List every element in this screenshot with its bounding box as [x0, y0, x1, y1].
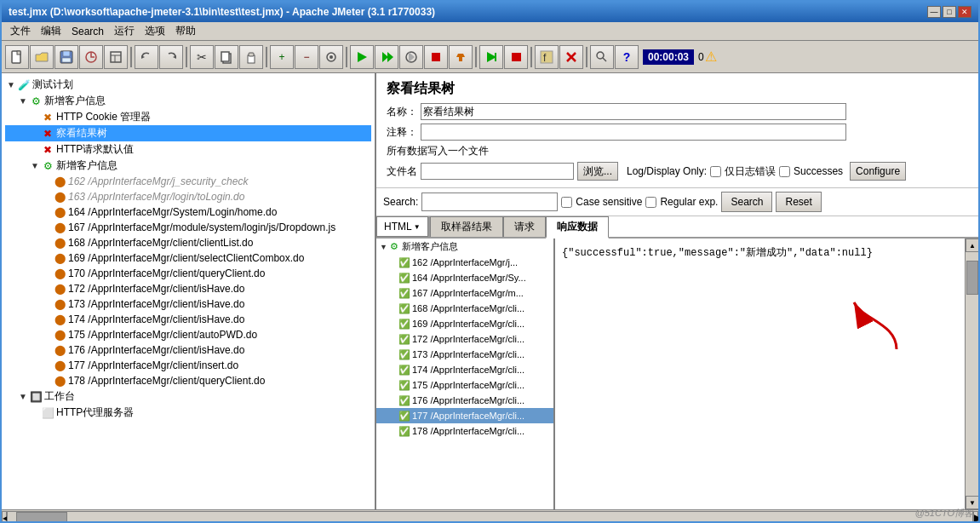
- scroll-right-button[interactable]: ▶: [973, 511, 978, 524]
- toggle-button[interactable]: [319, 45, 343, 69]
- templates-button[interactable]: [104, 45, 128, 69]
- validate-button[interactable]: [399, 45, 423, 69]
- rt-item-label: 172 /ApprInterfaceMgr/cli...: [412, 334, 524, 344]
- tree-item-167[interactable]: ⬤ 167 /ApprInterfaceMgr/module/system/lo…: [5, 220, 371, 235]
- tree-item-175[interactable]: ⬤ 175 /ApprInterfaceMgr/client/autoPWD.d…: [5, 327, 371, 342]
- redo-button[interactable]: [159, 45, 183, 69]
- cut-button[interactable]: ✂: [190, 45, 214, 69]
- remote-stop-button[interactable]: [504, 45, 528, 69]
- rt-item-167[interactable]: ✅ 167 /ApprInterfaceMgr/m...: [376, 285, 553, 301]
- tree-item-164[interactable]: ⬤ 164 /ApprInterfaceMgr/System/Login/hom…: [5, 204, 371, 220]
- case-sensitive-checkbox[interactable]: [561, 197, 572, 208]
- rt-item-177[interactable]: ✅ 177 /ApprInterfaceMgr/cli...: [376, 408, 553, 423]
- tree-item-178[interactable]: ⬤ 178 /ApprInterfaceMgr/client/queryClie…: [5, 373, 371, 388]
- undo-button[interactable]: [135, 45, 158, 69]
- save-button[interactable]: [54, 45, 78, 69]
- all-data-label: 所有数据写入一个文件: [387, 144, 489, 158]
- tree-item-168[interactable]: ⬤ 168 /ApprInterfaceMgr/client/clientLis…: [5, 235, 371, 250]
- rt-item-168[interactable]: ✅ 168 /ApprInterfaceMgr/cli...: [376, 301, 553, 316]
- tree-item-173[interactable]: ⬤ 173 /ApprInterfaceMgr/client/isHave.do: [5, 296, 371, 312]
- filename-input[interactable]: [421, 163, 574, 180]
- left-panel[interactable]: ▼ 🧪 测试计划 ▼ ⚙ 新增客户信息 ✖ HTTP Cookie 管理器: [2, 73, 376, 509]
- h-scroll-thumb[interactable]: [16, 512, 67, 524]
- rt-item-178[interactable]: ✅ 178 /ApprInterfaceMgr/cli...: [376, 423, 553, 439]
- clear-button[interactable]: [559, 45, 583, 69]
- stop-button[interactable]: [424, 45, 448, 69]
- search-input[interactable]: [421, 193, 558, 211]
- response-tab[interactable]: 响应数据: [546, 216, 609, 239]
- scroll-thumb[interactable]: [966, 261, 978, 295]
- tree-item-result-tree[interactable]: ✖ 察看结果树: [5, 125, 371, 141]
- menu-search[interactable]: Search: [66, 24, 109, 39]
- copy-button[interactable]: [215, 45, 238, 69]
- rt-item-172[interactable]: ✅ 172 /ApprInterfaceMgr/cli...: [376, 331, 553, 347]
- tree-item-label: 170 /ApprInterfaceMgr/client/queryClient…: [68, 267, 265, 279]
- rt-item-174[interactable]: ✅ 174 /ApprInterfaceMgr/cli...: [376, 362, 553, 377]
- menu-help[interactable]: 帮助: [170, 22, 201, 40]
- menu-edit[interactable]: 编辑: [36, 22, 66, 40]
- name-input[interactable]: [421, 103, 846, 120]
- tree-item-add-client[interactable]: ▼ ⚙ 新增客户信息: [5, 93, 371, 109]
- rt-item-173[interactable]: ✅ 173 /ApprInterfaceMgr/cli...: [376, 347, 553, 362]
- expand-button[interactable]: +: [270, 45, 294, 69]
- result-tree-panel[interactable]: ▼ ⚙ 新增客户信息 ✅ 162 /ApprInterfaceMgr/j... …: [376, 239, 555, 509]
- open-button[interactable]: [30, 45, 54, 69]
- paste-button[interactable]: [239, 45, 263, 69]
- tree-item-170[interactable]: ⬤ 170 /ApprInterfaceMgr/client/queryClie…: [5, 266, 371, 281]
- function-helper-button[interactable]: f: [535, 45, 559, 69]
- successes-checkbox[interactable]: [779, 166, 790, 177]
- close-button[interactable]: ✕: [958, 6, 971, 18]
- rt-item-176[interactable]: ✅ 176 /ApprInterfaceMgr/cli...: [376, 393, 553, 408]
- reset-button[interactable]: Reset: [776, 192, 821, 212]
- help-button[interactable]: ?: [615, 45, 639, 69]
- tree-item-176[interactable]: ⬤ 176 /ApprInterfaceMgr/client/isHave.do: [5, 342, 371, 358]
- http-icon: ⬤: [53, 359, 66, 372]
- rt-item-169[interactable]: ✅ 169 /ApprInterfaceMgr/cli...: [376, 316, 553, 331]
- new-button[interactable]: [5, 45, 29, 69]
- rt-item-164[interactable]: ✅ 164 /ApprInterfaceMgr/Sy...: [376, 270, 553, 285]
- tree-item-label: 167 /ApprInterfaceMgr/module/system/logi…: [68, 221, 335, 233]
- tree-item-162[interactable]: ⬤ 162 /ApprInterfaceMgr/j_security_check: [5, 174, 371, 189]
- tree-item-163[interactable]: ⬤ 163 /ApprInterfaceMgr/login/toLogin.do: [5, 189, 371, 204]
- configure-button[interactable]: Configure: [850, 162, 906, 181]
- response-content: {"successful":true,"message":"新增成功","dat…: [555, 239, 965, 509]
- search-button[interactable]: Search: [721, 192, 772, 212]
- tree-item-177[interactable]: ⬤ 177 /ApprInterfaceMgr/client/insert.do: [5, 358, 371, 373]
- rt-success-icon: ✅: [398, 348, 410, 360]
- tree-item-174[interactable]: ⬤ 174 /ApprInterfaceMgr/client/isHave.do: [5, 312, 371, 327]
- request-tab[interactable]: 请求: [503, 216, 546, 237]
- shutdown-button[interactable]: [449, 45, 473, 69]
- tree-item-defaults[interactable]: ✖ HTTP请求默认值: [5, 141, 371, 158]
- sampler-tab[interactable]: 取样器结果: [430, 216, 503, 237]
- run-button[interactable]: [350, 45, 374, 69]
- vertical-scrollbar[interactable]: ▲ ▼: [965, 239, 978, 509]
- rt-item-175[interactable]: ✅ 175 /ApprInterfaceMgr/cli...: [376, 377, 553, 393]
- tree-item-workbench[interactable]: ▼ 🔲 工作台: [5, 388, 371, 405]
- regular-exp-checkbox[interactable]: [645, 197, 656, 208]
- rt-item-root[interactable]: ▼ ⚙ 新增客户信息: [376, 239, 553, 255]
- tree-item-test-plan[interactable]: ▼ 🧪 测试计划: [5, 77, 371, 93]
- scroll-up-button[interactable]: ▲: [966, 239, 978, 252]
- maximize-button[interactable]: □: [943, 6, 956, 18]
- tree-item-172[interactable]: ⬤ 172 /ApprInterfaceMgr/client/isHave.do: [5, 281, 371, 296]
- tree-item-cookie[interactable]: ✖ HTTP Cookie 管理器: [5, 109, 371, 125]
- rt-item-162[interactable]: ✅ 162 /ApprInterfaceMgr/j...: [376, 255, 553, 270]
- search-btn-toolbar[interactable]: [590, 45, 614, 69]
- tree-item-proxy[interactable]: ⬜ HTTP代理服务器: [5, 405, 371, 421]
- errors-checkbox[interactable]: [710, 166, 721, 177]
- browse-button[interactable]: 浏览...: [577, 162, 618, 181]
- menu-file[interactable]: 文件: [5, 22, 36, 40]
- tree-item-client-info[interactable]: ▼ ⚙ 新增客户信息: [5, 158, 371, 174]
- html-tab[interactable]: HTML ▼: [376, 216, 428, 237]
- revert-button[interactable]: [79, 45, 103, 69]
- menu-run[interactable]: 运行: [109, 22, 140, 40]
- run-no-pause-button[interactable]: [375, 45, 398, 69]
- expand-icon: [31, 129, 41, 138]
- menu-options[interactable]: 选项: [140, 22, 170, 40]
- remote-start-button[interactable]: [479, 45, 503, 69]
- tree-item-169[interactable]: ⬤ 169 /ApprInterfaceMgr/client/selectCli…: [5, 250, 371, 266]
- comment-input[interactable]: [421, 124, 846, 141]
- horizontal-scrollbar[interactable]: [7, 511, 973, 524]
- minimize-button[interactable]: —: [927, 6, 941, 18]
- collapse-button[interactable]: −: [295, 45, 318, 69]
